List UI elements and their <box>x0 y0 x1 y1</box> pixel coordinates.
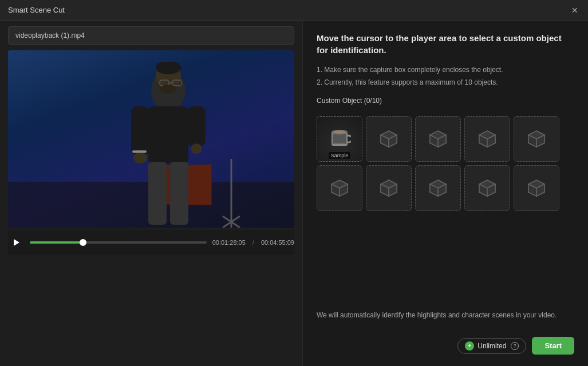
svg-point-7 <box>191 144 202 154</box>
object-cell-8[interactable] <box>415 165 461 211</box>
svg-rect-10 <box>132 150 147 153</box>
help-icon[interactable]: ? <box>511 342 519 350</box>
svg-rect-23 <box>333 144 346 145</box>
coffee-cup-icon <box>328 126 351 152</box>
svg-rect-9 <box>170 162 188 225</box>
instruction-title: Move the cursor to the player area to se… <box>317 32 574 56</box>
right-panel: Move the cursor to the player area to se… <box>302 21 588 366</box>
step2: 2. Currently, this feature supports a ma… <box>317 77 574 89</box>
object-cell-6[interactable] <box>317 165 362 211</box>
unlimited-label: Unlimited <box>477 342 506 350</box>
object-cell-9[interactable] <box>464 165 510 211</box>
sample-image: Sample <box>317 117 362 161</box>
cube-icon-8 <box>428 178 448 198</box>
object-cell-7[interactable] <box>366 165 412 211</box>
object-cell-4[interactable] <box>464 116 510 162</box>
svg-point-22 <box>334 131 345 134</box>
mic-stand <box>214 159 248 228</box>
left-panel: videoplayback (1).mp4 <box>0 21 302 366</box>
object-cell-5[interactable] <box>514 116 559 162</box>
progress-handle[interactable] <box>80 239 86 246</box>
object-cell-3[interactable] <box>415 116 461 162</box>
object-cell-10[interactable] <box>514 165 559 211</box>
svg-rect-20 <box>333 133 346 145</box>
cube-icon-10 <box>526 178 547 198</box>
svg-point-6 <box>133 152 147 164</box>
cube-icon-7 <box>378 178 399 198</box>
cube-icon-5 <box>526 129 547 149</box>
sample-label: Sample <box>329 152 351 159</box>
file-name-bar: videoplayback (1).mp4 <box>8 26 294 45</box>
video-player <box>8 50 294 228</box>
cube-icon-9 <box>477 178 498 198</box>
app-title: Smart Scene Cut <box>8 6 65 14</box>
svg-point-14 <box>160 85 177 94</box>
svg-rect-5 <box>187 106 206 146</box>
svg-marker-18 <box>14 239 19 246</box>
object-cell-2[interactable] <box>366 116 412 162</box>
instruction-steps: 1. Make sure the capture box completely … <box>317 64 574 89</box>
video-frame <box>8 50 294 228</box>
person-silhouette <box>117 62 220 228</box>
title-bar: Smart Scene Cut ✕ <box>0 0 588 21</box>
cube-icon-2 <box>378 129 399 149</box>
object-grid: Sample <box>317 116 574 211</box>
cube-icon-4 <box>477 129 498 149</box>
time-total: 00:04:55:09 <box>261 239 294 246</box>
time-separator: / <box>252 239 254 246</box>
play-button[interactable] <box>8 234 24 250</box>
svg-rect-3 <box>148 106 188 164</box>
unlimited-button[interactable]: + Unlimited ? <box>457 338 526 354</box>
close-button[interactable]: ✕ <box>570 5 580 15</box>
step1: 1. Make sure the capture box completely … <box>317 64 574 77</box>
cube-icon-6 <box>329 178 350 198</box>
custom-object-label: Custom Object (0/10) <box>317 97 574 105</box>
progress-bar[interactable] <box>30 241 207 244</box>
cube-icon-3 <box>428 129 448 149</box>
controls-bar: 00:01:28:05 / 00:04:55:09 <box>8 230 294 255</box>
main-content: videoplayback (1).mp4 <box>0 21 588 366</box>
auto-identify-text: We will automatically identify the highl… <box>317 310 574 321</box>
svg-rect-8 <box>148 162 167 225</box>
svg-rect-4 <box>131 106 149 155</box>
object-cell-sample[interactable]: Sample <box>317 116 362 162</box>
progress-fill <box>30 241 83 244</box>
bottom-bar: + Unlimited ? Start <box>317 337 574 355</box>
start-button[interactable]: Start <box>532 337 574 355</box>
time-current: 00:01:28:05 <box>212 239 246 246</box>
unlimited-plus-icon: + <box>465 341 474 351</box>
